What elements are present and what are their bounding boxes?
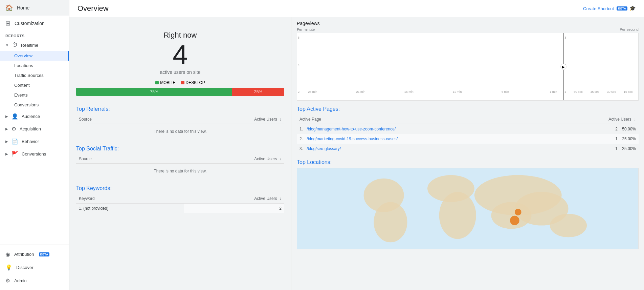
bar-group-6: -16 min bbox=[401, 89, 416, 94]
bar-group-3: -21 min bbox=[353, 89, 368, 94]
active-users-header: Active Users ↓ bbox=[557, 115, 639, 124]
bar-group-5 bbox=[385, 92, 400, 94]
social-users-header: Active Users ↓ bbox=[151, 154, 284, 164]
map-dot-1 bbox=[515, 209, 521, 215]
active-page-header: Active Page bbox=[297, 115, 557, 124]
right-panel: Pageviews Per minute Per second 6 4 2 bbox=[291, 17, 644, 290]
pageviews-section: Pageviews Per minute Per second 6 4 2 bbox=[297, 21, 639, 101]
expand-icon-behavior: ▶ bbox=[5, 140, 8, 143]
sidebar-item-discover[interactable]: 💡 Discover bbox=[0, 261, 69, 274]
sidebar-item-realtime-conversions[interactable]: Conversions bbox=[0, 100, 69, 110]
keywords-sort-icon: ↓ bbox=[280, 196, 282, 201]
content-area: Right now 4 active users on site MOBILE … bbox=[69, 17, 644, 290]
top-social-title: Top Social Traffic: bbox=[76, 146, 284, 152]
chart-expand-arrow[interactable]: ▶ bbox=[560, 64, 567, 70]
table-row: 1. /blog/management-how-to-use-zoom-conf… bbox=[297, 124, 639, 134]
keywords-users-header: Active Users ↓ bbox=[184, 194, 284, 203]
device-legend: MOBILE DESKTOP bbox=[76, 80, 284, 85]
sidebar-group-acquisition-label: Acquisition bbox=[20, 126, 41, 131]
top-keywords-section: Top Keywords: Keyword Active Users ↓ bbox=[76, 185, 284, 213]
device-bar: 75% 25% bbox=[76, 88, 284, 96]
right-now-title: Right now bbox=[76, 31, 284, 40]
keyword-value: (not provided) bbox=[83, 206, 108, 211]
sidebar-item-attribution[interactable]: ◉ Attribution BETA bbox=[0, 248, 69, 261]
sec-bar-1: -45 sec bbox=[586, 89, 602, 94]
sidebar-item-overview[interactable]: Overview bbox=[0, 51, 69, 61]
page-link-2[interactable]: /blog/marketing-covid-19-success-busines… bbox=[307, 137, 398, 141]
bar-group-4 bbox=[369, 92, 384, 94]
sec-bar-2: -30 sec bbox=[603, 89, 619, 94]
bar-group-9: -11 min bbox=[449, 89, 464, 94]
right-now-card: Right now 4 active users on site MOBILE … bbox=[76, 24, 284, 99]
top-referrals-title: Top Referrals: bbox=[76, 106, 284, 112]
bar-group-15: -1 min bbox=[546, 89, 560, 94]
sidebar-group-audience-header[interactable]: ▶ 👤 Audience bbox=[0, 110, 69, 122]
social-no-data: There is no data for this view. bbox=[76, 164, 284, 179]
top-active-pages-title: Top Active Pages: bbox=[297, 106, 639, 112]
sidebar-item-admin[interactable]: ⚙ Admin bbox=[0, 274, 69, 287]
sidebar-group-realtime-header[interactable]: ▼ ⏱ Realtime bbox=[0, 39, 69, 51]
behavior-icon: 📄 bbox=[12, 138, 18, 145]
page-row-num-2: 2. bbox=[299, 137, 303, 141]
attribution-icon: ◉ bbox=[5, 251, 10, 257]
referrals-no-data: There is no data for this view. bbox=[76, 124, 284, 139]
sidebar-item-content[interactable]: Content bbox=[0, 80, 69, 90]
create-shortcut-button[interactable]: Create Shortcut BETA 🎓 bbox=[583, 5, 636, 12]
chart-right: 3 2 1 -60 sec -45 sec bbox=[564, 33, 638, 100]
map-dot-2 bbox=[510, 216, 519, 225]
top-keywords-title: Top Keywords: bbox=[76, 185, 284, 191]
top-active-pages-section: Top Active Pages: Active Page Active Use… bbox=[297, 106, 639, 154]
chart-left: 6 4 2 -28 min bbox=[297, 33, 564, 100]
page-row-num-3: 3. bbox=[299, 146, 303, 151]
social-sort-icon: ↓ bbox=[280, 157, 282, 161]
conversions-icon: 🚩 bbox=[12, 151, 18, 157]
sidebar-item-events[interactable]: Events bbox=[0, 90, 69, 100]
page-link-1[interactable]: /blog/management-how-to-use-zoom-confere… bbox=[307, 127, 396, 131]
chart-bars-right: -60 sec -45 sec -30 sec bbox=[565, 36, 637, 94]
right-now-number: 4 bbox=[76, 41, 284, 68]
sidebar-item-attribution-label: Attribution bbox=[14, 252, 34, 257]
pageviews-title: Pageviews bbox=[297, 21, 639, 26]
sidebar-group-behavior-header[interactable]: ▶ 📄 Behavior bbox=[0, 136, 69, 147]
sidebar-item-locations[interactable]: Locations bbox=[0, 61, 69, 70]
svg-point-2 bbox=[491, 202, 531, 229]
referrals-source-header: Source bbox=[76, 115, 151, 124]
page-link-3[interactable]: /blog/seo-glossary/ bbox=[307, 146, 341, 151]
sidebar-group-behavior-label: Behavior bbox=[22, 139, 39, 144]
social-no-data-row: There is no data for this view. bbox=[76, 164, 284, 179]
sidebar: 🏠 Home ⊞ Customization REPORTS ▼ ⏱ Realt… bbox=[0, 0, 69, 290]
sidebar-group-behavior: ▶ 📄 Behavior bbox=[0, 136, 69, 147]
sidebar-item-traffic-sources[interactable]: Traffic Sources bbox=[0, 70, 69, 80]
customization-icon: ⊞ bbox=[5, 20, 10, 27]
bar-group-8 bbox=[433, 92, 448, 94]
sidebar-item-discover-label: Discover bbox=[16, 265, 34, 270]
sidebar-group-acquisition-header[interactable]: ▶ ⚙ Acquisition bbox=[0, 123, 69, 135]
top-social-section: Top Social Traffic: Source Active Users … bbox=[76, 146, 284, 179]
sidebar-item-customization[interactable]: ⊞ Customization bbox=[0, 16, 69, 31]
sidebar-group-audience-label: Audience bbox=[22, 114, 40, 119]
mobile-legend-label: MOBILE bbox=[160, 80, 175, 85]
home-icon: 🏠 bbox=[5, 4, 13, 12]
page-row-num-1: 1. bbox=[299, 127, 303, 131]
svg-point-7 bbox=[550, 214, 587, 237]
desktop-legend-label: DESKTOP bbox=[186, 80, 205, 85]
expand-icon-acquisition: ▶ bbox=[5, 127, 8, 131]
realtime-icon: ⏱ bbox=[12, 42, 18, 48]
top-keywords-table: Keyword Active Users ↓ 1. (not provided) bbox=[76, 194, 284, 213]
mobile-legend-dot bbox=[155, 81, 159, 84]
sidebar-item-home[interactable]: 🏠 Home bbox=[0, 0, 69, 16]
sidebar-item-admin-label: Admin bbox=[14, 278, 27, 283]
right-now-subtitle: active users on site bbox=[76, 69, 284, 75]
sidebar-bottom: ◉ Attribution BETA 💡 Discover ⚙ Admin bbox=[0, 245, 69, 290]
device-bar-mobile: 75% bbox=[76, 88, 232, 96]
referrals-users-header: Active Users ↓ bbox=[151, 115, 284, 124]
device-bar-desktop: 25% bbox=[232, 88, 284, 96]
table-row: 2. /blog/marketing-covid-19-success-busi… bbox=[297, 134, 639, 144]
social-source-header: Source bbox=[76, 154, 151, 164]
page-users-3: 1 25.00% bbox=[557, 144, 639, 154]
create-shortcut-beta-badge: BETA bbox=[617, 6, 627, 11]
expand-icon-conversions: ▶ bbox=[5, 152, 8, 156]
admin-icon: ⚙ bbox=[5, 277, 10, 284]
per-second-label: Per second bbox=[620, 27, 639, 32]
sidebar-group-conversions-header[interactable]: ▶ 🚩 Conversions bbox=[0, 148, 69, 160]
